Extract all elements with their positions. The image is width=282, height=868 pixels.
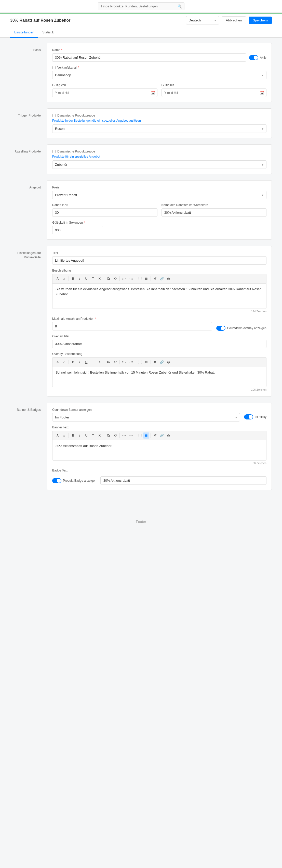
verkaufskanal-checkbox-row: Verkaufskanal * <box>52 66 267 69</box>
verkaufskanal-select-wrap: Demoshop ▼ <box>52 71 267 79</box>
orte-outdent-button[interactable]: ←≡ <box>128 359 134 365</box>
sticky-toggle[interactable] <box>244 414 253 420</box>
rte-outdent-button[interactable]: ←≡ <box>128 276 134 282</box>
rte-bold-button[interactable]: B <box>70 276 76 282</box>
trigger-dynamisch-label: Dynamische Produktgruppe <box>57 114 95 117</box>
rte-subscript-button[interactable]: X₂ <box>105 276 112 282</box>
trigger-select-wrap: Rosen ▼ <box>52 124 267 133</box>
trigger-dynamisch-checkbox[interactable] <box>52 114 56 117</box>
orte-list-button[interactable]: ⋮⋮ <box>137 359 143 365</box>
rabatt-input[interactable] <box>52 208 157 217</box>
orte-format-icon[interactable]: ⌂ <box>61 359 67 365</box>
rte-undo-button[interactable]: ↺ <box>152 276 158 282</box>
brte-undo-button[interactable]: ↺ <box>152 432 158 439</box>
orte-divider-3 <box>119 360 120 364</box>
brte-table-button[interactable]: ⊞ <box>143 432 149 439</box>
brte-superscript-button[interactable]: X² <box>112 432 118 439</box>
rte-italic-button[interactable]: I <box>77 276 83 282</box>
overlay-beschreibung-body[interactable]: Schnell sein lohnt sich! Bestellen Sie i… <box>52 367 267 387</box>
brte-indent-button[interactable]: ≡→ <box>121 432 127 439</box>
banner-text-body[interactable]: 30% Aktionsrabatt auf Rosen Zubehör. <box>52 440 267 461</box>
sticky-slider <box>244 414 253 420</box>
search-input[interactable] <box>98 2 184 10</box>
brte-font-icon[interactable]: A <box>55 432 61 439</box>
countdown-toggle[interactable] <box>216 326 225 331</box>
lang-select-wrap: Deutsch ▼ <box>186 16 219 25</box>
brte-bold-button[interactable]: B <box>70 432 76 439</box>
orte-clear-button[interactable]: X <box>97 359 103 365</box>
danke-beschreibung-body[interactable]: Sie wurden für ein exklusives Angebot au… <box>52 283 267 309</box>
search-wrapper: 🔍 <box>98 2 184 10</box>
brte-divider-3 <box>119 433 120 438</box>
rte-underline-button[interactable]: U <box>83 276 90 282</box>
brte-underline-button[interactable]: U <box>83 432 90 439</box>
orte-undo-button[interactable]: ↺ <box>152 359 158 365</box>
max-produkte-input[interactable] <box>52 322 212 331</box>
name-rabatt-input[interactable] <box>162 208 267 217</box>
tab-einstellungen[interactable]: Einstellungen <box>10 27 38 38</box>
rte-superscript-button[interactable]: X² <box>112 276 118 282</box>
name-row: Aktiv <box>52 53 267 62</box>
basis-card: Name * Aktiv <box>47 43 272 102</box>
orte-bold-button[interactable]: B <box>70 359 76 365</box>
brte-clear-button[interactable]: X <box>97 432 103 439</box>
gueltig-bis-input[interactable] <box>162 89 267 97</box>
brte-list-button[interactable]: ⋮⋮ <box>137 432 143 439</box>
tab-statistik[interactable]: Statistik <box>38 27 58 38</box>
lang-select[interactable]: Deutsch <box>186 16 219 25</box>
orte-image-button[interactable]: ◎ <box>165 359 171 365</box>
upselling-dynamisch-checkbox[interactable] <box>52 150 56 153</box>
verkaufskanal-checkbox[interactable] <box>52 66 56 69</box>
brte-link-button[interactable]: 🔗 <box>159 432 165 439</box>
verkaufskanal-select[interactable]: Demoshop <box>52 71 267 79</box>
rte-font-icon[interactable]: A <box>55 276 61 282</box>
danke-beschreibung-chars: 144 Zeichen <box>52 310 267 313</box>
overlay-titel-input[interactable] <box>52 340 267 348</box>
orte-underline-button[interactable]: U <box>83 359 90 365</box>
rte-format-icon[interactable]: ⌂ <box>61 276 67 282</box>
name-input[interactable] <box>52 53 246 62</box>
orte-font-icon[interactable]: A <box>55 359 61 365</box>
brte-italic-button[interactable]: I <box>77 432 83 439</box>
brte-outdent-button[interactable]: ←≡ <box>128 432 134 439</box>
aktiv-toggle[interactable] <box>249 55 258 60</box>
brte-subscript-button[interactable]: X₂ <box>105 432 112 439</box>
orte-superscript-button[interactable]: X² <box>112 359 118 365</box>
gueltigkeit-input[interactable] <box>52 226 103 234</box>
rte-strikethrough-button[interactable]: T <box>90 276 96 282</box>
search-icon: 🔍 <box>178 4 182 8</box>
produkt-badge-toggle[interactable] <box>52 478 61 483</box>
countdown-toggle-label: Countdown overlay anzeigen <box>227 327 267 330</box>
badge-text-input[interactable] <box>100 476 267 485</box>
preis-select[interactable]: Prozent Rabatt <box>52 191 267 199</box>
rte-indent-button[interactable]: ≡→ <box>121 276 127 282</box>
brte-image-button[interactable]: ◎ <box>165 432 171 439</box>
orte-indent-button[interactable]: ≡→ <box>121 359 127 365</box>
rte-clear-button[interactable]: X <box>97 276 103 282</box>
banner-chars: 36 Zeichen <box>52 462 267 465</box>
trigger-select[interactable]: Rosen <box>52 124 267 133</box>
rte-table-button[interactable]: ⊞ <box>143 276 149 282</box>
rte-link-button[interactable]: 🔗 <box>159 276 165 282</box>
rabatt-row: Rabatt in % Name des Rabattes im Warenko… <box>52 203 267 221</box>
rabatt-label: Rabatt in % <box>52 203 157 207</box>
upselling-checkbox-row: Dynamische Produktgruppe <box>52 150 267 153</box>
trigger-card: Dynamische Produktgruppe Produkte in der… <box>47 108 272 138</box>
orte-italic-button[interactable]: I <box>77 359 83 365</box>
rte-image-button[interactable]: ◎ <box>165 276 171 282</box>
brte-strikethrough-button[interactable]: T <box>90 432 96 439</box>
orte-link-button[interactable]: 🔗 <box>159 359 165 365</box>
orte-table-button[interactable]: ⊞ <box>143 359 149 365</box>
orte-divider-5 <box>150 360 151 364</box>
orte-strikethrough-button[interactable]: T <box>90 359 96 365</box>
rte-list-button[interactable]: ⋮⋮ <box>137 276 143 282</box>
orte-subscript-button[interactable]: X₂ <box>105 359 112 365</box>
gueltig-von-input[interactable] <box>52 89 157 97</box>
banner-select[interactable]: Im Footer <box>52 413 240 422</box>
brte-format-icon[interactable]: ⌂ <box>61 432 67 439</box>
cancel-button[interactable]: Abbrechen <box>222 16 246 24</box>
danke-titel-input[interactable] <box>52 256 267 265</box>
save-button[interactable]: Speichern <box>249 17 272 24</box>
overlay-titel-group: Overlay Titel <box>52 335 267 348</box>
upselling-select[interactable]: Zubehör <box>52 160 267 169</box>
